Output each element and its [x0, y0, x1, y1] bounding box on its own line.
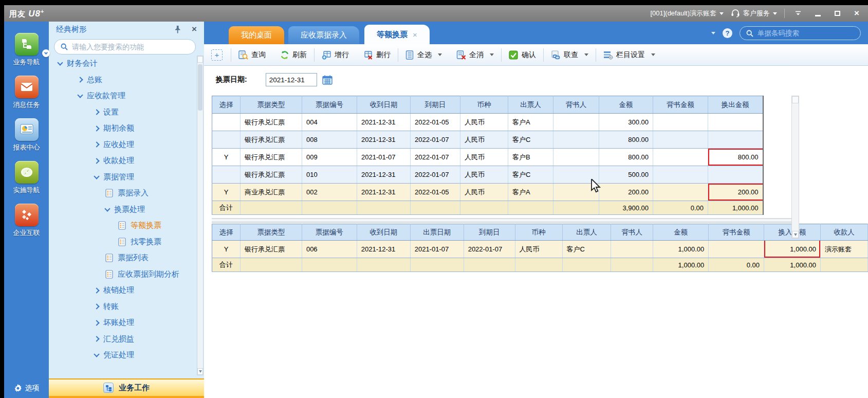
cell-出票人[interactable]: 客户C	[508, 166, 553, 184]
cell-币种[interactable]: 人民币	[515, 241, 562, 258]
barcode-search-input[interactable]	[758, 29, 854, 37]
cell-收到日期[interactable]: 2021-12-31	[357, 184, 411, 201]
sidebar-item-实施导航[interactable]: 实施导航	[13, 161, 40, 195]
chevron-right-icon[interactable]	[94, 158, 99, 164]
scroll-up-icon[interactable]	[792, 96, 799, 103]
cell-背书金额[interactable]	[653, 114, 708, 131]
cell-票据编号[interactable]: 006	[302, 241, 357, 258]
cell-到期日[interactable]: 2022-01-07	[464, 241, 515, 258]
tab-应收票据录入[interactable]: 应收票据录入	[288, 26, 359, 44]
cell-票据类型[interactable]: 银行承兑汇票	[241, 114, 302, 131]
cell-换出金额[interactable]	[708, 166, 763, 184]
cell-选择[interactable]	[212, 166, 241, 184]
cell-票据类型[interactable]: 银行承兑汇票	[241, 131, 302, 149]
cell-背书金额[interactable]	[709, 241, 764, 258]
cell-选择[interactable]: Y	[212, 184, 241, 201]
chevron-down-icon[interactable]	[77, 93, 83, 98]
cell-票据编号[interactable]: 002	[302, 184, 357, 201]
cell-出票人[interactable]: 客户A	[508, 114, 553, 131]
cell-金额[interactable]: 300.00	[599, 114, 653, 131]
cell-票据编号[interactable]: 008	[302, 131, 357, 149]
chevron-down-icon[interactable]	[584, 53, 588, 56]
cell-出票人[interactable]: 客户A	[508, 184, 553, 201]
cell-金额[interactable]: 200.00	[599, 184, 653, 201]
tree-search-box[interactable]	[54, 39, 196, 55]
chevron-right-icon[interactable]	[94, 336, 99, 342]
sidebar-item-报表中心[interactable]: 报表中心	[13, 118, 40, 152]
tree-item-找零换票[interactable]: 找零换票	[49, 234, 197, 250]
cell-收到日期[interactable]: 2021-12-31	[357, 166, 411, 184]
sidebar-item-业务导航[interactable]: 业务导航	[13, 33, 40, 67]
tab-等额换票[interactable]: 等额换票×	[364, 25, 430, 44]
tree-item-坏账处理[interactable]: 坏账处理	[49, 315, 197, 331]
cell-币种[interactable]: 人民币	[460, 166, 508, 184]
business-work-bar[interactable]: 业务工作	[49, 378, 204, 398]
cell-票据类型[interactable]: 商业承兑汇票	[241, 184, 302, 201]
cell-收到日期[interactable]: 2021-12-31	[357, 131, 411, 149]
cell-收款人[interactable]: 演示账套	[820, 241, 867, 258]
chevron-down-icon[interactable]	[651, 53, 655, 56]
cell-选择[interactable]: Y	[212, 149, 241, 166]
chevron-right-icon[interactable]	[94, 287, 99, 293]
cell-票据编号[interactable]: 004	[302, 114, 357, 131]
close-icon[interactable]: ×	[192, 24, 197, 34]
scroll-down-icon[interactable]	[197, 368, 203, 375]
cell-收到日期[interactable]: 2021-01-07	[357, 149, 411, 166]
table-scrollbar[interactable]	[791, 96, 799, 239]
toolbar-button-查询[interactable]: 查询	[237, 48, 267, 62]
toolbar-button-全消[interactable]: 全消	[455, 48, 495, 62]
cell-换入金额[interactable]: 1,000.00	[764, 241, 821, 258]
cell-收到日期[interactable]: 2021-12-31	[357, 241, 410, 258]
barcode-search-box[interactable]	[740, 26, 861, 40]
tree-item-核销处理[interactable]: 核销处理	[49, 282, 197, 299]
tree-item-应收款管理[interactable]: 应收款管理	[49, 88, 197, 104]
cell-出票人[interactable]: 客户C	[562, 241, 611, 258]
cell-到期日[interactable]: 2022-01-07	[411, 131, 460, 149]
chevron-right-icon[interactable]	[94, 142, 99, 148]
cell-背书金额[interactable]	[653, 184, 708, 201]
cell-到期日[interactable]: 2022-01-07	[411, 149, 460, 166]
tree-item-总账[interactable]: 总账	[49, 72, 197, 88]
tree-item-收款处理[interactable]: 收款处理	[49, 153, 197, 169]
scroll-up-icon[interactable]	[197, 56, 203, 63]
toolbar-button-删行[interactable]: 删行	[362, 48, 392, 62]
sidebar-item-消息任务[interactable]: 消息任务	[13, 76, 40, 110]
cell-金额[interactable]: 800.00	[599, 149, 653, 166]
cell-收到日期[interactable]: 2021-12-31	[357, 114, 411, 131]
cell-背书人[interactable]	[553, 114, 599, 131]
cell-出票人[interactable]: 客户B	[508, 149, 553, 166]
toolbar-button-确认[interactable]: 确认	[508, 48, 537, 62]
cell-选择[interactable]: Y	[212, 241, 241, 258]
tree-item-转账[interactable]: 转账	[49, 299, 197, 315]
tree-item-票据列表[interactable]: 票据列表	[49, 250, 197, 266]
swap-date-input[interactable]	[266, 73, 317, 86]
tree-item-凭证处理[interactable]: 凭证处理	[49, 347, 197, 364]
scrollbar-thumb[interactable]	[198, 64, 202, 111]
table-splitter[interactable]	[212, 218, 799, 223]
cell-票据编号[interactable]: 010	[302, 166, 357, 184]
calendar-icon[interactable]	[322, 75, 333, 85]
close-tab-icon[interactable]: ×	[413, 30, 417, 39]
cell-出票人[interactable]: 客户C	[508, 131, 553, 149]
chevron-right-icon[interactable]	[94, 320, 99, 325]
pin-icon[interactable]	[174, 25, 181, 33]
account-selector[interactable]: [001](default)演示账套	[650, 9, 724, 18]
tree-item-等额换票[interactable]: 等额换票	[49, 218, 197, 234]
cell-金额[interactable]: 500.00	[599, 166, 653, 184]
cell-币种[interactable]: 人民币	[460, 149, 508, 166]
cell-换出金额[interactable]: 800.00	[708, 149, 763, 166]
tab-我的桌面[interactable]: 我的桌面	[229, 26, 284, 44]
cell-换出金额[interactable]	[708, 114, 763, 131]
cell-背书人[interactable]	[553, 131, 599, 149]
sidebar-item-企业互联[interactable]: 企业互联	[13, 204, 40, 238]
cell-背书人[interactable]	[553, 184, 599, 201]
chevron-right-icon[interactable]	[77, 77, 83, 83]
tree-item-换票处理[interactable]: 换票处理	[49, 202, 197, 218]
cell-选择[interactable]	[212, 131, 241, 149]
cell-背书人[interactable]	[553, 166, 599, 184]
collapse-ribbon-button[interactable]	[792, 8, 804, 19]
toolbar-button-刷新[interactable]: 刷新	[279, 48, 308, 62]
tree-item-汇兑损益[interactable]: 汇兑损益	[49, 331, 197, 348]
cell-票据类型[interactable]: 银行承兑汇票	[241, 166, 302, 184]
cell-票据类型[interactable]: 银行承兑汇票	[241, 149, 302, 166]
